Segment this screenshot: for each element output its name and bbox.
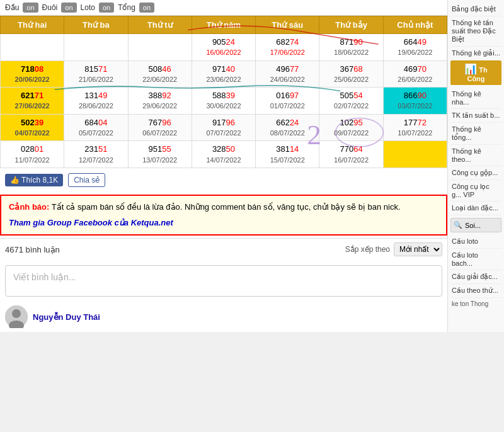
cell: 81571 21/06/2022: [64, 60, 128, 88]
nav-label-tong: Tổng: [118, 3, 135, 12]
sidebar-item-cau-loto[interactable]: Cầu loto: [450, 235, 501, 249]
sidebar-item-tk-tan-suat[interactable]: TK tần suất b...: [450, 109, 501, 123]
cell: 10295 09/07/2022: [319, 114, 383, 141]
sidebar-soi-btn[interactable]: 🔍 Soi...: [450, 218, 501, 232]
table-row: 50239 04/07/2022 68404 05/07/2022 76796 …: [1, 114, 447, 141]
cell: 38114 15/07/2022: [256, 141, 319, 168]
cell: 50846 22/06/2022: [128, 60, 192, 88]
sidebar-item-bang-dac-biet[interactable]: Bảng đặc biệt: [450, 3, 501, 16]
cell: 97140 23/06/2022: [192, 60, 255, 88]
nav-btn-loto[interactable]: on: [99, 3, 114, 13]
cell: 91796 07/07/2022: [192, 114, 255, 141]
avatar: [5, 305, 28, 328]
nav-btn-duoi[interactable]: on: [61, 3, 76, 13]
sidebar-item-cau-theo-thu[interactable]: Cầu theo thứ...: [450, 284, 501, 298]
sidebar-item-thong-ke-giai[interactable]: Thống kê giải...: [450, 47, 501, 60]
fb-bar: 👍 Thích 8,1K Chia sẻ: [0, 168, 447, 192]
table-row: 71808 20/06/2022 81571 21/06/2022 50846 …: [1, 60, 447, 88]
col-header-thu5: Thứ năm: [192, 16, 255, 34]
lottery-table: Thứ hai Thứ ba Thứ tư Thứ năm Thứ sáu Th…: [0, 16, 447, 168]
cell: 46970 26/06/2022: [383, 60, 447, 88]
nav-btn-tong[interactable]: on: [139, 3, 154, 13]
fb-like-button[interactable]: 👍 Thích 8,1K: [5, 174, 63, 186]
sidebar-item-cau-loto-bach[interactable]: Cầu loto bach...: [450, 249, 501, 270]
comments-count: 4671 bình luận: [5, 245, 60, 254]
cell-highlight: 71808 20/06/2022: [1, 60, 64, 88]
cell-highlight: 50239 04/07/2022: [1, 114, 64, 141]
nav-btn-dau[interactable]: on: [23, 3, 38, 13]
cell: 23151 12/07/2022: [64, 141, 128, 168]
cell: 17772 10/07/2022: [383, 114, 447, 141]
user-name: Nguyễn Duy Thái: [33, 312, 100, 322]
comments-header: 4671 bình luận Sắp xếp theo Mới nhất Cũ …: [0, 238, 447, 260]
cell-highlight-cyan: 86690 03/07/2022: [383, 88, 447, 115]
sort-label: Sắp xếp theo: [345, 245, 390, 254]
sidebar-item-thong-ke-nha[interactable]: Thống kê nha...: [450, 88, 501, 109]
col-header-cn: Chủ nhật: [383, 16, 447, 34]
cell: 02801 11/07/2022: [1, 141, 64, 168]
comment-input[interactable]: Viết bình luận...: [5, 265, 442, 297]
cell: 32850 14/07/2022: [192, 141, 255, 168]
sidebar-item-cong-cu-loc[interactable]: Công cụ lọc g... VIP: [450, 180, 501, 202]
cell: [1, 34, 64, 61]
cell: 36768 25/06/2022: [319, 60, 383, 88]
nav-label-loto: Loto: [81, 3, 95, 12]
nav-label-duoi: Đuôi: [42, 3, 58, 12]
col-header-thu2: Thứ hai: [1, 16, 64, 34]
cell-highlight: 62171 27/06/2022: [1, 88, 64, 115]
cell: 76796 06/07/2022: [128, 114, 192, 141]
col-header-thu7: Thứ bảy: [319, 16, 383, 34]
sidebar-item-thong-ke-tong[interactable]: Thống kê tổng...: [450, 123, 501, 145]
cell: [128, 34, 192, 61]
col-header-thu6: Thứ sáu: [256, 16, 319, 34]
cell: 49677 24/06/2022: [256, 60, 319, 88]
col-header-thu4: Thứ tư: [128, 16, 192, 34]
sort-controls: Sắp xếp theo Mới nhất Cũ nhất: [345, 242, 442, 256]
cell: [64, 34, 128, 61]
sidebar-item-cong-cu-gop[interactable]: Công cụ gộp...: [450, 166, 501, 180]
table-row: 02801 11/07/2022 23151 12/07/2022 95155 …: [1, 141, 447, 168]
sort-select[interactable]: Mới nhất Cũ nhất: [394, 242, 442, 256]
cell: 58839 30/06/2022: [192, 88, 255, 115]
cell: 50554 02/07/2022: [319, 88, 383, 115]
cell: 68404 05/07/2022: [64, 114, 128, 141]
top-nav: Đầu on Đuôi on Loto on Tổng on: [0, 0, 447, 16]
svg-point-3: [12, 309, 21, 318]
warning-box: Cảnh báo: Tất cả spam bán số đều là lừa …: [0, 195, 447, 236]
cell: 90524 16/06/2022: [192, 34, 255, 61]
warning-label: Cảnh báo:: [9, 202, 49, 212]
sidebar-item-thong-ke-tan-suat[interactable]: Thống kê tần suất theo Đặc Biệt: [450, 16, 501, 47]
col-header-thu3: Thứ ba: [64, 16, 128, 34]
lottery-table-container: Thứ hai Thứ ba Thứ tư Thứ năm Thứ sáu Th…: [0, 16, 447, 168]
cell: 68274 17/06/2022: [256, 34, 319, 61]
cell: 13149 28/06/2022: [64, 88, 128, 115]
cell: 77064 16/07/2022: [319, 141, 383, 168]
cell-highlight: [383, 141, 447, 168]
sidebar-item-cau-giai-dac[interactable]: Cầu giải đặc...: [450, 270, 501, 284]
right-sidebar: Bảng đặc biệt Thống kê tần suất theo Đặc…: [447, 0, 504, 332]
user-row: Nguyễn Duy Thái: [0, 302, 447, 332]
fb-share-button[interactable]: Chia sẻ: [68, 173, 105, 187]
sidebar-brand: 📊 ThCông: [450, 60, 501, 85]
sidebar-ke-ton-thong: ke ton Thong: [450, 298, 501, 310]
warning-link[interactable]: Tham gia Group Facebook của Ketqua.net: [9, 217, 438, 230]
warning-text: Tất cả spam bán số đều là lừa đảo. Những…: [52, 202, 401, 212]
nav-label-dau: Đầu: [5, 3, 19, 12]
cell: 95155 13/07/2022: [128, 141, 192, 168]
sidebar-item-thong-ke-theo[interactable]: Thống kê theo...: [450, 145, 501, 166]
search-icon: 🔍: [454, 221, 462, 229]
cell: 87190 18/06/2022: [319, 34, 383, 61]
cell: 66449 19/06/2022: [383, 34, 447, 61]
table-row: 62171 27/06/2022 13149 28/06/2022 38892 …: [1, 88, 447, 115]
cell: 38892 29/06/2022: [128, 88, 192, 115]
table-row: 90524 16/06/2022 68274 17/06/2022 87190 …: [1, 34, 447, 61]
cell: 66224 08/07/2022: [256, 114, 319, 141]
sidebar-item-loai-dan-dac[interactable]: Loại dàn đặc...: [450, 202, 501, 215]
cell: 01697 01/07/2022: [256, 88, 319, 115]
